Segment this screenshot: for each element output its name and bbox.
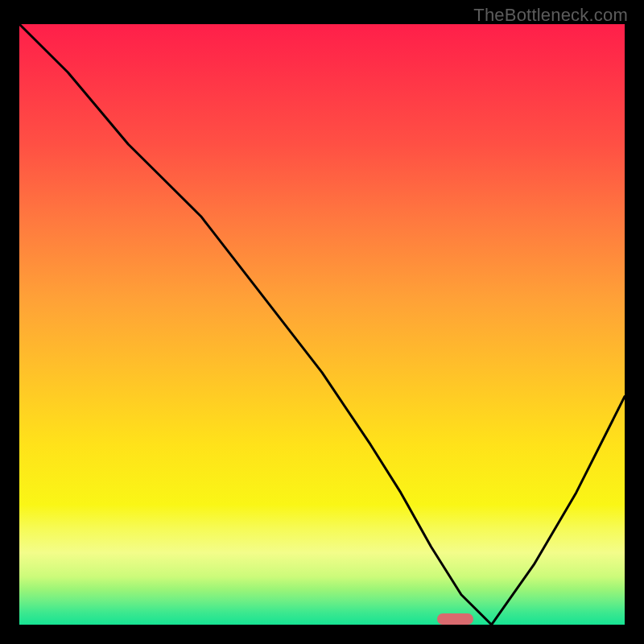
plot-area (19, 24, 625, 625)
curve-svg (19, 24, 625, 625)
chart-frame: TheBottleneck.com (0, 0, 644, 644)
optimum-marker (437, 613, 473, 625)
bottleneck-curve (19, 24, 625, 625)
watermark-text: TheBottleneck.com (473, 5, 628, 26)
